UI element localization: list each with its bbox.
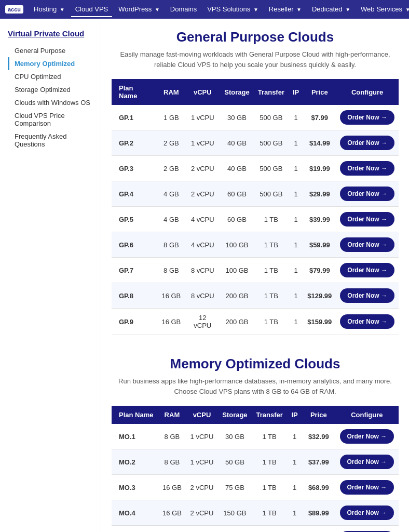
mo-ip-MO.4: 1 <box>287 500 302 526</box>
nav-dedicated[interactable]: Dedicated ▼ <box>308 2 355 17</box>
mo-col-vcpu: vCPU <box>186 406 218 424</box>
gp-storage-GP.3: 40 GB <box>220 156 253 181</box>
mo-price-MO.5: $137.99 <box>302 526 335 533</box>
sidebar-item-storage-optimized[interactable]: Storage Optimized <box>8 83 96 96</box>
gp-price-GP.6: $59.99 <box>303 232 336 258</box>
gp-order-btn-GP.5[interactable]: Order Now → <box>340 212 394 227</box>
gp-col-plan: Plan Name <box>112 79 157 105</box>
mo-order-btn-MO.1[interactable]: Order Now → <box>340 429 394 444</box>
mo-transfer-MO.1: 1 TB <box>252 424 287 449</box>
gp-storage-GP.8: 200 GB <box>220 283 253 309</box>
gp-vcpu-GP.3: 2 vCPU <box>185 156 220 181</box>
table-row: MO.3 16 GB 2 vCPU 75 GB 1 TB 1 $68.99 Or… <box>112 475 399 500</box>
mo-storage-MO.2: 50 GB <box>218 449 252 475</box>
gp-ip-GP.3: 1 <box>289 156 303 181</box>
gp-plan-GP.1: GP.1 <box>112 105 157 130</box>
mo-price-MO.2: $37.99 <box>302 449 335 475</box>
mo-order-btn-MO.2[interactable]: Order Now → <box>340 455 394 469</box>
site-logo[interactable]: accu <box>5 5 23 14</box>
gp-storage-GP.9: 200 GB <box>220 309 253 335</box>
mo-storage-MO.3: 75 GB <box>218 475 252 500</box>
nav-cloud-vps[interactable]: Cloud VPS <box>71 2 113 17</box>
gp-price-GP.9: $159.99 <box>303 309 336 335</box>
gp-col-transfer: Transfer <box>254 79 289 105</box>
gp-storage-GP.7: 100 GB <box>220 258 253 283</box>
gp-order-btn-GP.8[interactable]: Order Now → <box>340 288 394 303</box>
gp-order-btn-GP.3[interactable]: Order Now → <box>340 161 394 176</box>
gp-vcpu-GP.8: 8 vCPU <box>185 283 220 309</box>
general-purpose-title: General Purpose Clouds <box>112 29 399 45</box>
gp-order-btn-GP.2[interactable]: Order Now → <box>340 136 394 150</box>
gp-order-btn-GP.4[interactable]: Order Now → <box>340 187 394 201</box>
table-row: GP.9 16 GB 12 vCPU 200 GB 1 TB 1 $159.99… <box>112 309 399 335</box>
general-purpose-table: Plan Name RAM vCPU Storage Transfer IP P… <box>112 79 399 335</box>
nav-web-services[interactable]: Web Services ▼ <box>357 2 409 17</box>
mo-vcpu-MO.3: 2 vCPU <box>186 475 218 500</box>
mo-vcpu-MO.1: 1 vCPU <box>186 424 218 449</box>
nav-wordpress[interactable]: WordPress ▼ <box>114 2 164 17</box>
mo-storage-MO.1: 30 GB <box>218 424 252 449</box>
mo-vcpu-MO.5: 4 vCPU <box>186 526 218 533</box>
mo-plan-MO.5: MO.5 <box>112 526 158 533</box>
mo-price-MO.1: $32.99 <box>302 424 335 449</box>
sidebar-item-faq[interactable]: Frequently Asked Questions <box>8 130 96 151</box>
mo-plan-MO.4: MO.4 <box>112 500 158 526</box>
sidebar: Virtual Private Cloud General Purpose Me… <box>0 19 101 532</box>
gp-col-vcpu: vCPU <box>185 79 220 105</box>
gp-ip-GP.7: 1 <box>289 258 303 283</box>
nav-domains[interactable]: Domains <box>166 2 201 17</box>
gp-storage-GP.5: 60 GB <box>220 207 253 232</box>
gp-ip-GP.4: 1 <box>289 181 303 207</box>
sidebar-item-clouds-windows[interactable]: Clouds with Windows OS <box>8 96 96 109</box>
gp-ram-GP.8: 16 GB <box>157 283 185 309</box>
gp-order-btn-GP.1[interactable]: Order Now → <box>340 110 394 125</box>
gp-ram-GP.3: 2 GB <box>157 156 185 181</box>
mo-plan-MO.2: MO.2 <box>112 449 158 475</box>
gp-order-btn-GP.7[interactable]: Order Now → <box>340 263 394 277</box>
gp-storage-GP.1: 30 GB <box>220 105 253 130</box>
table-row: MO.4 16 GB 2 vCPU 150 GB 1 TB 1 $89.99 O… <box>112 500 399 526</box>
nav-reseller[interactable]: Reseller ▼ <box>265 2 306 17</box>
memory-optimized-desc: Run business apps like high-performance … <box>112 376 399 396</box>
gp-ram-GP.7: 8 GB <box>157 258 185 283</box>
gp-configure-GP.3: Order Now → <box>336 156 399 181</box>
mo-order-btn-MO.3[interactable]: Order Now → <box>340 480 394 495</box>
sidebar-item-cpu-optimized[interactable]: CPU Optimized <box>8 70 96 83</box>
sidebar-item-price-comparison[interactable]: Cloud VPS Price Comparison <box>8 109 96 130</box>
mo-ip-MO.3: 1 <box>287 475 302 500</box>
mo-col-ip: IP <box>287 406 302 424</box>
nav-vps-solutions[interactable]: VPS Solutions ▼ <box>203 2 263 17</box>
gp-plan-GP.5: GP.5 <box>112 207 157 232</box>
gp-col-configure: Configure <box>336 79 399 105</box>
gp-configure-GP.8: Order Now → <box>336 283 399 309</box>
gp-price-GP.4: $29.99 <box>303 181 336 207</box>
mo-vcpu-MO.4: 2 vCPU <box>186 500 218 526</box>
gp-plan-GP.4: GP.4 <box>112 181 157 207</box>
gp-plan-GP.2: GP.2 <box>112 130 157 156</box>
mo-col-storage: Storage <box>218 406 252 424</box>
gp-col-ip: IP <box>289 79 303 105</box>
mo-table-header: Plan Name RAM vCPU Storage Transfer IP P… <box>112 406 399 424</box>
gp-configure-GP.4: Order Now → <box>336 181 399 207</box>
gp-vcpu-GP.4: 2 vCPU <box>185 181 220 207</box>
gp-price-GP.1: $7.99 <box>303 105 336 130</box>
gp-price-GP.2: $14.99 <box>303 130 336 156</box>
sidebar-item-general-purpose[interactable]: General Purpose <box>8 44 96 57</box>
gp-order-btn-GP.6[interactable]: Order Now → <box>340 237 394 252</box>
mo-plan-MO.3: MO.3 <box>112 475 158 500</box>
nav-hosting[interactable]: Hosting ▼ <box>30 2 69 17</box>
gp-ram-GP.4: 4 GB <box>157 181 185 207</box>
gp-ip-GP.2: 1 <box>289 130 303 156</box>
page-body: Virtual Private Cloud General Purpose Me… <box>0 19 409 532</box>
gp-price-GP.8: $129.99 <box>303 283 336 309</box>
gp-transfer-GP.8: 1 TB <box>254 283 289 309</box>
mo-ram-MO.5: 32 GB <box>158 526 186 533</box>
mo-col-transfer: Transfer <box>252 406 287 424</box>
gp-table-header: Plan Name RAM vCPU Storage Transfer IP P… <box>112 79 399 105</box>
mo-storage-MO.5: 150 GB <box>218 526 252 533</box>
gp-ram-GP.9: 16 GB <box>157 309 185 335</box>
gp-price-GP.3: $19.99 <box>303 156 336 181</box>
mo-order-btn-MO.4[interactable]: Order Now → <box>340 506 394 520</box>
gp-order-btn-GP.9[interactable]: Order Now → <box>340 314 394 329</box>
sidebar-item-memory-optimized[interactable]: Memory Optimized <box>8 57 96 70</box>
